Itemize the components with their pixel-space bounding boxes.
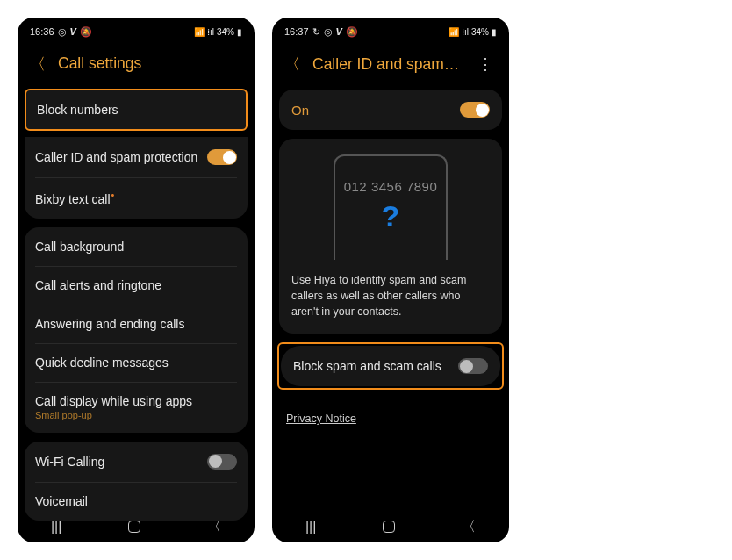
v-icon: V [336,26,342,37]
answer-label: Answering and ending calls [35,317,184,331]
call-bg-row[interactable]: Call background [25,227,248,266]
settings-group-2: Call background Call alerts and ringtone… [25,227,248,433]
home-icon[interactable] [128,521,140,533]
bixby-badge-icon: • [111,190,115,200]
home-icon[interactable] [383,521,395,533]
call-bg-label: Call background [35,240,124,254]
block-spam-row[interactable]: Block spam and scam calls [281,346,500,386]
caller-id-row[interactable]: Caller ID and spam protection [25,137,248,177]
preview-number: 012 3456 7890 [344,179,438,194]
voicemail-label: Voicemail [35,494,88,508]
phone-right: 16:37 ↻ ◎ V 🔕 📶 ⁞ıl 34% ▮ 〈 Caller ID an… [272,18,509,542]
master-toggle[interactable] [460,102,490,118]
wifi-icon: 📶 [194,27,205,37]
page-title: Call settings [58,54,242,73]
battery-icon: ▮ [492,27,497,37]
block-spam-toggle[interactable] [458,358,488,374]
display-apps-row[interactable]: Call display while using apps Small pop-… [25,382,248,433]
display-apps-sublabel: Small pop-up [35,410,192,420]
recents-icon[interactable]: ||| [305,519,316,535]
caller-id-label: Caller ID and spam protection [35,150,197,164]
status-bar: 16:37 ↻ ◎ V 🔕 📶 ⁞ıl 34% ▮ [272,18,509,42]
header: 〈 Caller ID and spam pro… ⋮ [272,42,509,90]
nav-bar: ||| 〈 [18,511,255,542]
wifi-calling-label: Wi-Fi Calling [35,455,104,469]
wifi-icon: 📶 [449,27,459,37]
v-icon: V [70,26,76,37]
preview-card: 012 3456 7890 ? Use Hiya to identify spa… [279,139,502,334]
decline-row[interactable]: Quick decline messages [25,343,248,382]
block-numbers-card: Block numbers [25,89,248,131]
preview-description: Use Hiya to identify spam and scam calle… [291,272,490,319]
phone-preview-icon: 012 3456 7890 ? [334,154,448,260]
settings-group-1: Caller ID and spam protection Bixby text… [25,137,248,219]
dnd-icon: 🔕 [346,26,358,38]
settings-group-3: Wi-Fi Calling Voicemail [25,442,248,521]
privacy-notice-link[interactable]: Privacy Notice [286,413,356,425]
question-mark-icon: ? [382,199,400,233]
back-icon[interactable]: 〈 [30,56,46,72]
answer-row[interactable]: Answering and ending calls [25,305,248,343]
decline-label: Quick decline messages [35,355,169,370]
display-apps-label: Call display while using apps [35,394,192,408]
phone-left: 16:36 ◎ V 🔕 📶 ⁞ıl 34% ▮ 〈 Call settings … [18,18,255,542]
back-icon[interactable]: 〈 [284,56,300,72]
wifi-calling-toggle[interactable] [207,454,237,470]
back-nav-icon[interactable]: 〈 [207,518,221,536]
battery-icon: ▮ [237,27,242,37]
block-numbers-label: Block numbers [37,103,118,117]
alerts-row[interactable]: Call alerts and ringtone [25,266,248,305]
back-nav-icon[interactable]: 〈 [462,518,476,536]
more-icon[interactable]: ⋮ [474,54,497,74]
battery-text: 34% [217,27,234,37]
page-title: Caller ID and spam pro… [312,55,462,74]
block-numbers-row[interactable]: Block numbers [26,90,246,129]
whatsapp-icon: ◎ [324,26,333,38]
caller-id-toggle[interactable] [207,149,237,165]
recents-icon[interactable]: ||| [51,519,61,535]
alerts-label: Call alerts and ringtone [35,278,161,292]
on-label: On [291,103,309,118]
status-time: 16:36 [30,26,54,37]
wifi-calling-row[interactable]: Wi-Fi Calling [25,442,248,482]
bixby-label: Bixby text call• [35,190,114,206]
whatsapp-icon: ◎ [58,26,67,38]
bixby-row[interactable]: Bixby text call• [25,177,248,219]
signal-icon: ⁞ıl [462,27,469,37]
status-bar: 16:36 ◎ V 🔕 📶 ⁞ıl 34% ▮ [18,18,255,42]
block-spam-label: Block spam and scam calls [293,359,441,373]
refresh-icon: ↻ [312,26,320,38]
status-time: 16:37 [284,26,309,37]
block-spam-highlight: Block spam and scam calls [277,342,504,390]
battery-text: 34% [471,27,489,37]
signal-icon: ⁞ıl [207,27,214,37]
header: 〈 Call settings [18,42,255,89]
nav-bar: ||| 〈 [272,511,509,542]
master-toggle-row[interactable]: On [279,90,502,130]
dnd-icon: 🔕 [80,26,92,38]
